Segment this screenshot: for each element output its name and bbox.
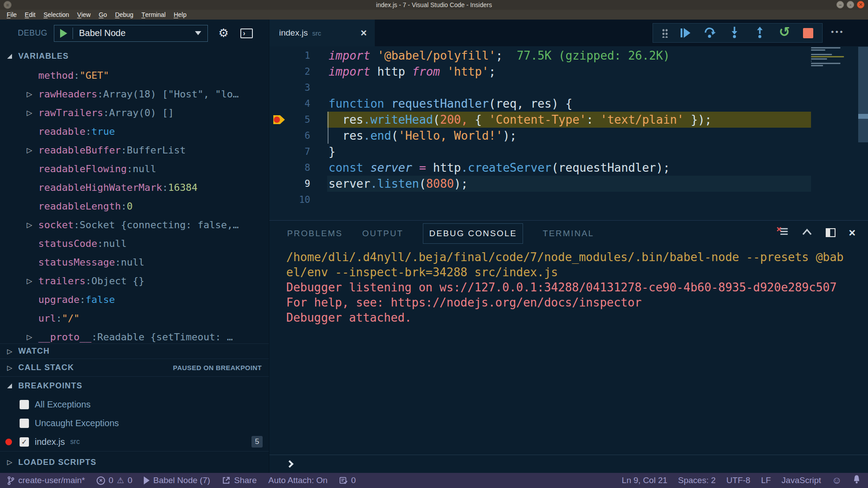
breakpoint-gutter[interactable] [269,80,285,96]
maximize-button[interactable]: ▫ [847,1,854,8]
code-line-4[interactable]: 4function requestHandler(req, res) { [269,96,868,112]
window-menu-icon[interactable]: ≡ [4,1,12,9]
problems-status[interactable]: × 0 ⚠ 0 [97,476,132,485]
line-number[interactable]: 4 [285,98,310,109]
twisty-collapsed-icon[interactable]: ▷ [27,333,32,341]
tab-index-js[interactable]: index.js src × [269,20,375,46]
close-button[interactable]: ✕ [857,1,864,8]
menu-item-help[interactable]: Help [170,10,191,20]
variable-row[interactable]: statusCode: null [0,234,269,253]
variable-row[interactable]: statusMessage: null [0,253,269,271]
panel-tab-debug-console[interactable]: DEBUG CONSOLE [423,223,523,244]
line-number[interactable]: 3 [285,82,310,93]
variable-row[interactable]: ▷rawTrailers: Array(0) [] [0,103,269,122]
line-number[interactable]: 1 [285,50,310,61]
breakpoint-gutter[interactable] [269,96,285,112]
variable-row[interactable]: readableHighWaterMark: 16384 [0,178,269,197]
menu-item-go[interactable]: Go [95,10,111,20]
panel-tab-output[interactable]: OUTPUT [362,229,404,238]
loaded-scripts-section-header[interactable]: ▷ LOADED SCRIPTS [0,451,269,473]
code-line-10[interactable]: 10 [269,192,868,208]
code-line-2[interactable]: 2import http from 'http'; [269,64,868,80]
clear-console-icon[interactable] [777,227,788,238]
eol-setting[interactable]: LF [761,476,771,485]
step-out-button[interactable] [754,26,766,40]
line-number[interactable]: 5 [285,114,310,125]
breakpoints-section-header[interactable]: BREAKPOINTS [0,376,269,395]
menu-item-selection[interactable]: Selection [40,10,73,20]
share-button[interactable]: Share [222,476,257,485]
code-line-8[interactable]: 8const server = http.createServer(reques… [269,160,868,176]
continue-button[interactable] [681,28,690,38]
line-number[interactable]: 2 [285,66,310,77]
twisty-collapsed-icon[interactable]: ▷ [27,146,32,154]
debug-console-input[interactable] [269,455,868,473]
line-number[interactable]: 7 [285,146,310,157]
breakpoint-uncaught-exceptions[interactable]: Uncaught Exceptions [0,414,269,432]
variable-row[interactable]: ▷readableBuffer: BufferList [0,141,269,159]
start-debugging-icon[interactable] [60,29,67,38]
breakpoint-gutter[interactable] [269,144,285,160]
code-line-3[interactable]: 3 [269,80,868,96]
code-line-9[interactable]: 9server.listen(8080); [269,176,868,192]
open-debug-console-icon[interactable]: › [240,28,253,38]
checkbox-checked[interactable]: ✓ [20,437,29,447]
variable-row[interactable]: url: "/" [0,309,269,327]
more-actions-icon[interactable]: ••• [831,28,844,36]
line-number[interactable]: 9 [285,178,310,189]
auto-attach-toggle[interactable]: Auto Attach: On [268,476,328,485]
breakpoint-gutter[interactable] [269,128,285,144]
breakpoint-gutter[interactable] [269,160,285,176]
minimap[interactable] [811,47,856,69]
tab-close-icon[interactable]: × [361,28,367,38]
panel-tab-terminal[interactable]: TERMINAL [543,229,594,238]
variable-row[interactable]: upgrade: false [0,290,269,309]
close-panel-icon[interactable]: × [849,228,856,238]
line-number[interactable]: 10 [285,194,310,205]
notifications-bell-icon[interactable] [852,475,861,486]
variables-section-header[interactable]: VARIABLES [0,47,269,66]
variable-row[interactable]: ▷rawHeaders: Array(18) ["Host", "lo… [0,85,269,103]
watch-section-header[interactable]: ▷ WATCH [0,343,269,359]
variable-row[interactable]: ▷__proto__: Readable {setTimeout: … [0,327,269,343]
encoding-setting[interactable]: UTF-8 [726,476,750,485]
breakpoint-gutter[interactable] [269,112,285,128]
code-line-6[interactable]: 6 res.end('Hello, World!'); [269,128,868,144]
restart-button[interactable]: ↺ [779,25,790,39]
breakpoint-all-exceptions[interactable]: All Exceptions [0,395,269,414]
panel-tab-problems[interactable]: PROBLEMS [287,229,343,238]
variable-row[interactable]: readableLength: 0 [0,197,269,215]
menu-item-view[interactable]: View [73,10,94,20]
checkbox-unchecked[interactable] [20,419,29,428]
variable-row[interactable]: readable: true [0,122,269,141]
scm-branch-status[interactable]: create-user/main* [7,476,85,485]
minimize-button[interactable]: – [836,1,844,8]
indentation-setting[interactable]: Spaces: 2 [678,476,716,485]
stop-button[interactable] [803,28,813,38]
breakpoint-gutter[interactable] [269,48,285,64]
variable-row[interactable]: ▷trailers: Object {} [0,271,269,290]
step-into-button[interactable] [728,26,741,40]
variable-row[interactable]: readableFlowing: null [0,159,269,178]
breakpoint-gutter[interactable] [269,64,285,80]
configure-gear-icon[interactable]: ⚙ [219,26,229,40]
code-editor[interactable]: 1import '@babel/polyfill'; 77.5K (gzippe… [269,46,868,220]
twisty-collapsed-icon[interactable]: ▷ [27,277,32,285]
menu-item-edit[interactable]: Edit [21,10,40,20]
toggle-panel-layout-icon[interactable] [826,228,836,237]
menu-item-file[interactable]: File [3,10,21,20]
twisty-collapsed-icon[interactable]: ▷ [27,90,32,98]
breakpoint-gutter[interactable] [269,192,285,208]
drag-grip-icon[interactable] [662,28,668,38]
cursor-position[interactable]: Ln 9, Col 21 [622,476,667,485]
variable-row[interactable]: method: "GET" [0,66,269,85]
step-over-button[interactable] [703,26,716,40]
menu-item-debug[interactable]: Debug [111,10,137,20]
line-number[interactable]: 6 [285,130,310,141]
breakpoint-gutter[interactable] [269,176,285,192]
language-mode[interactable]: JavaScript [782,476,821,485]
maximize-panel-icon[interactable] [802,228,812,238]
code-line-7[interactable]: 7} [269,144,868,160]
line-number[interactable]: 8 [285,162,310,173]
call-stack-section-header[interactable]: ▷ CALL STACK PAUSED ON BREAKPOINT [0,359,269,376]
